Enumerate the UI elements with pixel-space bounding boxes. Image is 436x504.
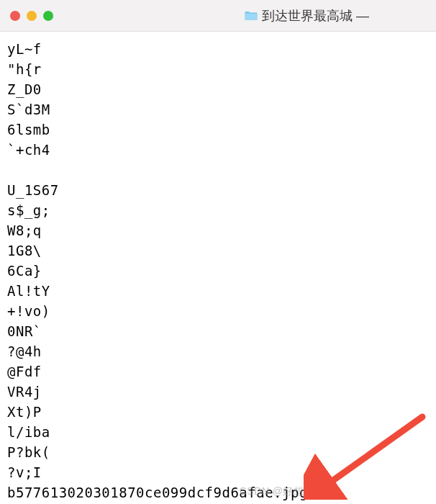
close-button[interactable]: [10, 11, 20, 21]
window-titlebar: 到达世界最高城 —: [0, 0, 436, 32]
folder-icon: [245, 10, 258, 21]
watermark: CSDN @好想变强啊: [240, 485, 335, 498]
text-content[interactable]: yL~f "h{r Z_D0 S`d3M 6lsmb `+ch4 U_1S67 …: [0, 32, 436, 504]
title-center: 到达世界最高城 —: [245, 7, 369, 24]
minimize-button[interactable]: [27, 11, 37, 21]
window-title: 到达世界最高城 —: [262, 7, 369, 24]
traffic-lights: [10, 11, 53, 21]
maximize-button[interactable]: [43, 11, 53, 21]
